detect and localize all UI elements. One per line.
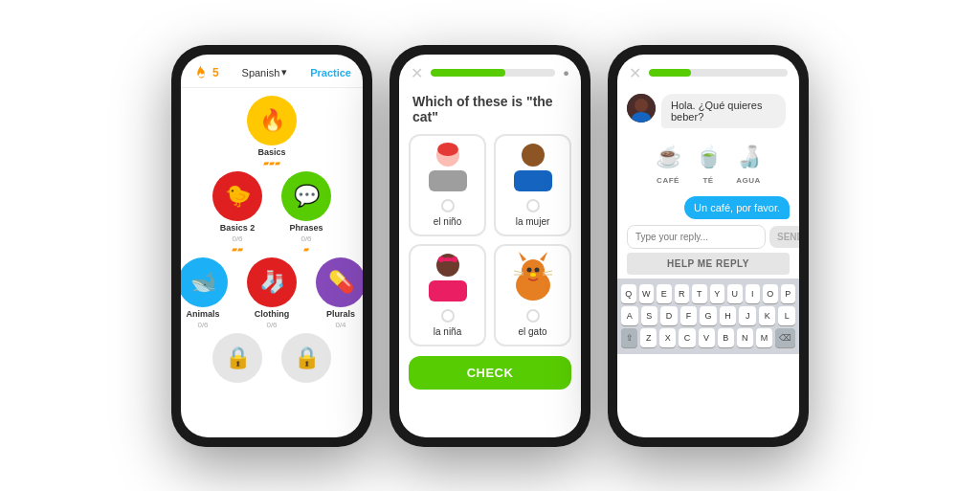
- key-j[interactable]: J: [739, 306, 756, 325]
- key-l[interactable]: L: [778, 306, 795, 325]
- phone-2-screen: ✕ ● Which of these is "the cat": [399, 55, 581, 437]
- animals-label: Animals: [186, 309, 219, 319]
- key-y[interactable]: Y: [710, 284, 725, 303]
- la-nina-label: la niña: [434, 326, 461, 337]
- phone-1-screen: 5 Spanish ▾ Practice 🔥 Basics ▰▰▰: [181, 55, 363, 437]
- lesson-clothing: 🧦 Clothing 0/6: [247, 257, 297, 329]
- practice-button[interactable]: Practice: [310, 67, 351, 78]
- la-nina-image: [423, 254, 473, 303]
- lock-circle-2: 🔒: [281, 333, 331, 383]
- course-map: 🔥 Basics ▰▰▰ 🐤 Basics 2 0/6 ▰▰ 💬 Phrases: [181, 88, 363, 391]
- key-h[interactable]: H: [720, 306, 737, 325]
- boy-svg: [424, 142, 472, 194]
- quiz-option-la-mujer[interactable]: la mujer: [494, 134, 571, 236]
- key-c[interactable]: C: [679, 328, 695, 347]
- svg-point-3: [437, 143, 458, 156]
- plurals-label: Plurals: [326, 309, 355, 319]
- lesson-plurals: 💊 Plurals 0/4: [316, 257, 363, 329]
- te-icon: 🍵: [691, 140, 725, 174]
- phone-3: ✕ Hola. ¿Qué quieres beber?: [608, 45, 809, 447]
- woman-svg: [509, 142, 557, 194]
- close-button[interactable]: ✕: [411, 64, 423, 82]
- el-nino-radio[interactable]: [441, 199, 455, 212]
- drink-agua[interactable]: 🍶 AGUA: [731, 140, 766, 185]
- clothing-label: Clothing: [255, 309, 290, 319]
- lesson-locked-2: 🔒: [281, 333, 331, 383]
- shift-key[interactable]: ⇧: [621, 328, 637, 347]
- user-bubble-1: Un café, por favor.: [684, 196, 790, 219]
- check-button[interactable]: CHECK: [409, 356, 571, 390]
- map-row-2: 🐤 Basics 2 0/6 ▰▰ 💬 Phrases 0/6 ▰: [212, 171, 331, 254]
- la-nina-radio[interactable]: [441, 309, 455, 323]
- basics2-circle[interactable]: 🐤: [212, 171, 262, 221]
- send-button[interactable]: SEND: [769, 226, 799, 248]
- te-label: TÉ: [702, 176, 713, 185]
- phone-2: ✕ ● Which of these is "the cat": [390, 45, 590, 447]
- flame-icon: [192, 64, 210, 81]
- key-i[interactable]: I: [746, 284, 761, 303]
- svg-point-13: [522, 259, 545, 282]
- user-message-row: Un café, por favor.: [627, 196, 790, 219]
- key-g[interactable]: G: [700, 306, 717, 325]
- lock-circle-1: 🔒: [212, 333, 262, 383]
- key-f[interactable]: F: [680, 306, 698, 325]
- bot-avatar: [627, 94, 656, 123]
- key-d[interactable]: D: [660, 306, 678, 325]
- key-x[interactable]: X: [659, 328, 676, 347]
- reply-input[interactable]: [627, 225, 766, 249]
- svg-point-11: [452, 257, 457, 262]
- basics-circle[interactable]: 🔥: [247, 96, 297, 145]
- map-row-4: 🔒 🔒: [212, 333, 331, 383]
- bot-avatar-svg: [627, 94, 656, 123]
- phrases-circle[interactable]: 💬: [281, 171, 331, 221]
- svg-rect-8: [429, 280, 467, 301]
- key-n[interactable]: N: [737, 328, 753, 347]
- quiz-option-la-nina[interactable]: la niña: [409, 244, 486, 346]
- key-z[interactable]: Z: [640, 328, 657, 347]
- key-t[interactable]: T: [692, 284, 707, 303]
- chat-close-button[interactable]: ✕: [629, 64, 641, 82]
- quiz-option-el-nino[interactable]: el niño: [409, 134, 486, 236]
- plurals-circle[interactable]: 💊: [316, 257, 363, 307]
- key-q[interactable]: Q: [621, 284, 636, 303]
- phrases-label: Phrases: [289, 223, 323, 233]
- delete-key[interactable]: ⌫: [775, 328, 795, 347]
- key-e[interactable]: E: [657, 284, 672, 303]
- svg-point-16: [526, 268, 531, 273]
- key-b[interactable]: B: [718, 328, 734, 347]
- chat-progress-bar: [649, 69, 788, 77]
- key-o[interactable]: O: [763, 284, 778, 303]
- quiz-options: el niño la mujer: [399, 134, 581, 346]
- drink-options: ☕ CAFÉ 🍵 TÉ 🍶 AGUA: [627, 136, 790, 189]
- drink-te[interactable]: 🍵 TÉ: [691, 140, 725, 185]
- bot-bubble-1: Hola. ¿Qué quieres beber?: [661, 94, 786, 128]
- key-m[interactable]: M: [756, 328, 772, 347]
- svg-rect-1: [429, 170, 467, 191]
- key-k[interactable]: K: [759, 306, 776, 325]
- la-mujer-label: la mujer: [516, 216, 550, 227]
- language-name: Spanish: [242, 67, 280, 78]
- bot-message-1: Hola. ¿Qué quieres beber?: [627, 94, 790, 128]
- el-gato-label: el gato: [518, 326, 546, 337]
- el-gato-radio[interactable]: [526, 309, 540, 323]
- quiz-option-el-gato[interactable]: el gato: [494, 244, 571, 346]
- phone1-header: 5 Spanish ▾ Practice: [181, 55, 363, 88]
- key-s[interactable]: S: [641, 306, 658, 325]
- key-w[interactable]: W: [639, 284, 655, 303]
- key-v[interactable]: V: [699, 328, 715, 347]
- animals-circle[interactable]: 🐋: [181, 257, 228, 307]
- key-r[interactable]: R: [675, 284, 690, 303]
- clothing-circle[interactable]: 🧦: [247, 257, 297, 307]
- el-nino-label: el niño: [434, 216, 461, 227]
- lesson-locked-1: 🔒: [212, 333, 262, 383]
- help-me-reply-button[interactable]: HELP ME REPLY: [627, 253, 790, 275]
- phones-container: 5 Spanish ▾ Practice 🔥 Basics ▰▰▰: [0, 0, 980, 491]
- key-a[interactable]: A: [621, 306, 638, 325]
- key-u[interactable]: U: [727, 284, 743, 303]
- language-selector[interactable]: Spanish ▾: [242, 66, 288, 78]
- key-p[interactable]: P: [781, 284, 796, 303]
- svg-point-6: [524, 145, 542, 162]
- drink-cafe[interactable]: ☕ CAFÉ: [651, 140, 685, 185]
- keyboard-row-2: A S D F G H J K L: [621, 306, 795, 325]
- la-mujer-radio[interactable]: [526, 199, 540, 212]
